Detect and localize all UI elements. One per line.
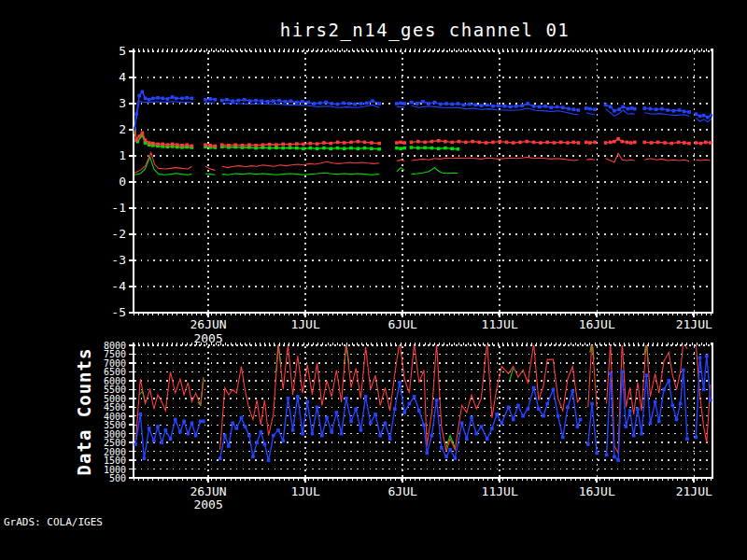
series-marker — [557, 414, 560, 418]
series-marker — [532, 105, 536, 108]
series-marker — [261, 143, 265, 147]
series-marker — [590, 402, 594, 406]
series-marker — [277, 99, 281, 103]
series-marker — [402, 102, 406, 105]
series-marker — [498, 140, 501, 144]
series-marker — [465, 438, 469, 441]
series-marker — [605, 454, 609, 457]
series-marker — [199, 420, 203, 424]
series-marker — [305, 400, 309, 404]
series-marker — [291, 428, 295, 432]
series-marker — [480, 104, 484, 107]
series-marker — [698, 357, 702, 360]
series-marker — [284, 100, 288, 104]
series-marker — [227, 444, 231, 448]
series-marker — [585, 106, 588, 110]
series-marker — [621, 140, 625, 144]
series-marker — [316, 147, 319, 150]
series-marker — [491, 105, 495, 108]
series-marker — [657, 420, 661, 424]
series-marker — [670, 142, 674, 146]
series-marker — [621, 371, 625, 374]
series-marker — [363, 141, 367, 145]
series-marker — [275, 147, 278, 150]
series-marker — [161, 143, 164, 147]
series-marker — [629, 141, 633, 145]
series-marker — [545, 402, 549, 406]
x-tick-label: 1JUL — [290, 317, 319, 331]
series-marker — [377, 102, 381, 105]
series-marker — [413, 395, 416, 399]
series-marker — [633, 141, 637, 145]
series-marker — [609, 141, 613, 145]
series-marker — [490, 427, 494, 430]
y-tick-label: -5 — [111, 305, 126, 319]
series-marker — [593, 141, 597, 145]
series-marker — [678, 108, 682, 112]
series-marker — [588, 107, 592, 111]
series-marker — [503, 105, 507, 108]
series-marker — [254, 144, 258, 147]
series-marker — [156, 96, 160, 100]
series-marker — [571, 141, 575, 145]
series-marker — [468, 103, 472, 106]
series-marker — [289, 99, 293, 103]
series-marker — [577, 108, 581, 112]
series-marker — [626, 141, 629, 145]
series-marker — [471, 140, 474, 144]
series-marker — [474, 432, 478, 436]
series-marker — [336, 141, 340, 145]
series-marker — [422, 423, 426, 427]
series-marker — [359, 102, 363, 105]
series-marker — [263, 442, 267, 446]
series-marker — [316, 142, 319, 146]
series-marker — [220, 143, 224, 147]
series-marker — [151, 142, 155, 146]
series-marker — [137, 134, 141, 138]
series-marker — [491, 141, 495, 145]
x-tick-label: 26JUN — [190, 317, 227, 331]
series-marker — [166, 143, 170, 147]
series-marker — [134, 112, 138, 116]
series-marker — [622, 105, 626, 109]
series-marker — [435, 399, 439, 402]
series-marker — [430, 147, 434, 150]
series-marker — [254, 99, 258, 103]
series-marker — [156, 425, 160, 428]
series-marker — [593, 107, 597, 111]
series-marker — [335, 411, 339, 414]
series-marker — [342, 102, 345, 105]
series-marker — [630, 106, 634, 110]
series-marker — [231, 99, 234, 103]
series-marker — [214, 145, 218, 148]
series-marker — [237, 99, 241, 103]
series-marker — [683, 110, 686, 114]
series-marker — [180, 144, 184, 147]
series-marker — [649, 422, 653, 426]
series-marker — [306, 101, 310, 105]
series-marker — [518, 141, 522, 145]
series-marker — [214, 98, 218, 102]
series-marker — [235, 427, 239, 430]
x-tick-label: 6JUL — [388, 317, 416, 331]
series-marker — [164, 428, 168, 432]
series-marker — [353, 103, 357, 106]
series-marker — [289, 147, 292, 150]
series-marker — [649, 107, 653, 111]
series-marker — [301, 100, 304, 104]
series-marker — [137, 94, 141, 98]
series-marker — [204, 143, 207, 147]
series-marker — [448, 448, 452, 452]
series-marker — [295, 147, 299, 150]
series-marker — [148, 98, 151, 102]
series-marker — [374, 413, 377, 416]
series-marker — [225, 98, 229, 102]
series-marker — [227, 144, 231, 147]
series-marker — [395, 102, 399, 105]
series-marker — [325, 416, 329, 420]
series-marker — [704, 141, 708, 145]
series-marker — [507, 406, 511, 410]
series-marker — [318, 102, 322, 105]
series-marker — [336, 103, 340, 106]
series-marker — [642, 106, 646, 110]
